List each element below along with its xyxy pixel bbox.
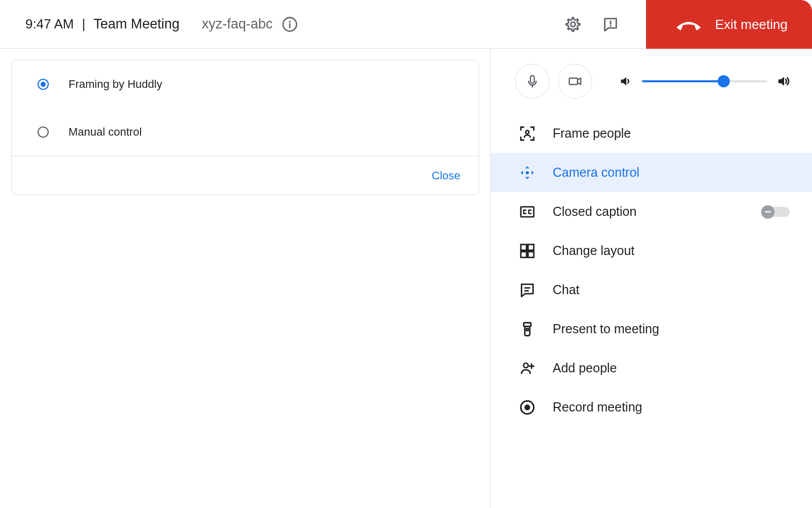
add-people-icon — [517, 358, 537, 378]
svg-rect-19 — [528, 251, 533, 257]
svg-rect-17 — [528, 244, 533, 250]
menu-label: Frame people — [553, 126, 631, 141]
menu-frame-people[interactable]: Frame people — [491, 114, 812, 153]
feedback-icon — [602, 16, 619, 33]
mic-toggle[interactable] — [515, 64, 550, 99]
change-layout-icon — [517, 241, 537, 261]
closed-caption-icon — [517, 202, 537, 222]
svg-point-3 — [570, 22, 575, 26]
svg-rect-9 — [530, 76, 534, 83]
volume-high-icon — [776, 74, 792, 89]
hangup-icon — [674, 17, 703, 31]
framing-option-huddly[interactable]: Framing by Huddly — [12, 60, 479, 108]
main-area: Framing by Huddly Manual control Close — [0, 49, 490, 508]
feedback-button[interactable] — [596, 10, 625, 39]
svg-point-5 — [610, 25, 611, 26]
settings-button[interactable] — [559, 10, 587, 39]
record-icon — [517, 397, 537, 418]
radio-label: Framing by Huddly — [69, 78, 162, 91]
slider-track — [642, 80, 767, 82]
camera-control-icon — [517, 163, 537, 183]
gear-icon — [564, 16, 582, 33]
toggle-knob — [761, 205, 774, 218]
frame-people-icon — [517, 123, 537, 144]
exit-meeting-button[interactable]: Exit meeting — [646, 0, 812, 49]
meeting-title: Team Meeting — [93, 16, 180, 32]
menu-present[interactable]: Present to meeting — [491, 309, 812, 348]
chat-icon — [517, 280, 537, 300]
menu-label: Chat — [553, 282, 580, 297]
exit-label: Exit meeting — [715, 17, 788, 33]
card-footer: Close — [12, 156, 479, 195]
volume-control — [619, 74, 792, 89]
menu-label: Closed caption — [553, 204, 636, 219]
svg-point-12 — [526, 130, 529, 134]
menu-add-people[interactable]: Add people — [491, 348, 812, 388]
camera-icon — [567, 74, 583, 89]
menu-closed-caption[interactable]: Closed caption — [491, 192, 812, 231]
header-bar: 9:47 AM | Team Meeting xyz-faq-abc — [0, 0, 812, 49]
radio-selected-icon — [37, 78, 49, 90]
meeting-code: xyz-faq-abc — [202, 16, 273, 32]
framing-option-manual[interactable]: Manual control — [12, 108, 479, 156]
menu-change-layout[interactable]: Change layout — [491, 231, 812, 270]
svg-point-8 — [38, 127, 48, 137]
svg-rect-16 — [521, 244, 526, 250]
clock-time: 9:47 AM — [25, 16, 74, 32]
radio-unselected-icon — [37, 126, 49, 138]
menu-record[interactable]: Record meeting — [491, 388, 812, 427]
closed-captions-toggle[interactable] — [762, 207, 790, 217]
svg-point-29 — [524, 404, 530, 410]
menu-list: Frame people Camera control — [491, 114, 812, 427]
header-separator: | — [82, 16, 85, 32]
svg-point-25 — [524, 363, 528, 367]
svg-rect-11 — [569, 78, 578, 85]
panel-top-controls — [491, 49, 812, 114]
svg-point-7 — [41, 82, 46, 87]
menu-label: Present to meeting — [553, 322, 659, 336]
app-frame: 9:47 AM | Team Meeting xyz-faq-abc — [0, 0, 812, 508]
svg-rect-14 — [521, 207, 534, 217]
close-button[interactable]: Close — [432, 169, 460, 182]
slider-thumb[interactable] — [718, 75, 730, 87]
slider-fill — [642, 80, 724, 82]
volume-slider[interactable] — [642, 75, 767, 87]
menu-label: Camera control — [553, 165, 639, 180]
present-icon — [517, 319, 537, 339]
svg-rect-24 — [526, 328, 528, 330]
side-panel: Frame people Camera control — [490, 49, 812, 508]
svg-rect-18 — [521, 251, 526, 257]
menu-label: Add people — [553, 361, 617, 375]
radio-label: Manual control — [69, 125, 142, 139]
svg-point-13 — [526, 171, 529, 174]
camera-toggle[interactable] — [558, 64, 592, 99]
camera-control-card: Framing by Huddly Manual control Close — [11, 60, 479, 195]
mic-icon — [525, 74, 540, 89]
menu-chat[interactable]: Chat — [491, 270, 812, 309]
menu-label: Record meeting — [553, 400, 642, 415]
svg-point-1 — [289, 20, 291, 22]
menu-label: Change layout — [553, 243, 634, 258]
info-icon[interactable] — [282, 16, 298, 33]
body: Framing by Huddly Manual control Close — [0, 49, 812, 508]
volume-low-icon — [619, 74, 633, 88]
menu-camera-control[interactable]: Camera control — [491, 153, 812, 192]
